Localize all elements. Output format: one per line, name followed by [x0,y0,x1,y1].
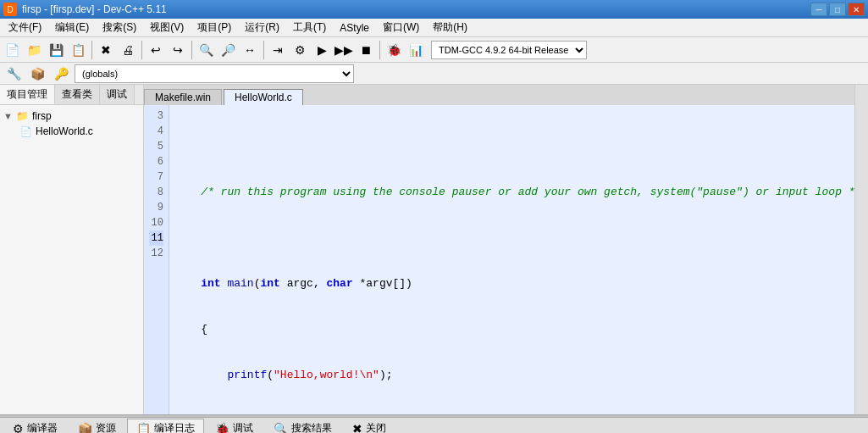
code-line-5 [174,230,854,246]
log-icon: 📋 [136,422,151,434]
bottom-tab-resources-label: 资源 [96,421,116,433]
open-button[interactable]: 📁 [24,40,44,60]
tab-helloworld[interactable]: HelloWorld.c [224,89,303,105]
menu-astyle[interactable]: AStyle [333,20,376,36]
menu-bar: 文件(F) 编辑(E) 搜索(S) 视图(V) 项目(P) 运行(R) 工具(T… [0,19,868,37]
bottom-tab-close-label: 关闭 [366,421,386,433]
undo-button[interactable]: ↩ [146,40,166,60]
globals-select[interactable]: (globals) [75,64,354,83]
close-file-button[interactable]: ✖ [96,40,116,60]
debug-tab-icon: 🐞 [215,422,229,434]
tab-classes[interactable]: 查看类 [55,85,100,104]
line-num-6: 6 [149,154,163,169]
print-button[interactable]: 🖨 [118,40,138,60]
redo-button[interactable]: ↪ [168,40,188,60]
close-button[interactable]: ✕ [848,3,865,16]
code-line-3 [174,139,854,154]
line-num-11: 11 [149,230,163,246]
find-next-button[interactable]: 🔎 [218,40,238,60]
compile-button[interactable]: ⚙ [290,40,310,60]
search-tab-icon: 🔍 [274,422,288,434]
bottom-tab-log[interactable]: 📋 编译日志 [127,419,204,433]
bottom-tab-search-label: 搜索结果 [291,421,332,433]
minimize-button[interactable]: ─ [810,3,827,16]
tree-root-label: firsp [32,110,52,122]
code-line-8: printf("Hello,world!\n"); [174,368,854,383]
code-line-7: { [174,322,854,337]
bottom-tab-compiler[interactable]: ⚙ 编译器 [3,419,67,433]
bottom-tab-close[interactable]: ✖ 关闭 [343,419,395,433]
left-panel: 项目管理 查看类 调试 ▼ 📁 firsp 📄 HelloWorld.c [0,85,144,414]
menu-file[interactable]: 文件(F) [2,19,48,36]
bottom-tab-log-label: 编译日志 [154,421,195,433]
code-line-9: system("PAUSS"); [174,414,854,414]
menu-window[interactable]: 窗口(W) [376,19,426,36]
tree-child-0[interactable]: 📄 HelloWorld.c [3,124,140,139]
toolbar-separator-2 [141,41,142,59]
tab-project[interactable]: 项目管理 [0,85,55,104]
save-all-button[interactable]: 📋 [68,40,88,60]
bottom-tab-resources[interactable]: 📦 资源 [69,419,125,433]
line-numbers: 3 4 5 6 7 8 9 10 11 12 [144,105,169,414]
editor-area: Makefile.win HelloWorld.c 3 4 5 6 7 8 9 … [144,85,854,414]
tree-child-label-0: HelloWorld.c [36,125,93,137]
toolbar-separator-1 [91,41,92,59]
menu-help[interactable]: 帮助(H) [426,19,474,36]
toolbar-separator-5 [379,41,380,59]
line-num-4: 4 [149,124,163,139]
toolbar2: 🔧 📦 🔑 (globals) [0,63,868,85]
maximize-button[interactable]: □ [829,3,846,16]
toolbar-separator-3 [191,41,192,59]
compile-run-button[interactable]: ▶▶ [334,40,354,60]
folder-icon: ▼ [3,111,13,121]
tab-debug[interactable]: 调试 [100,85,135,104]
find-button[interactable]: 🔍 [196,40,216,60]
tb2-icon2[interactable]: 📦 [27,64,47,84]
tb2-icon1[interactable]: 🔧 [3,64,24,84]
app-icon: D [3,3,17,16]
line-num-9: 9 [149,200,163,215]
compiler-icon: ⚙ [13,422,24,434]
menu-search[interactable]: 搜索(S) [96,19,143,36]
debug-button[interactable]: 🐞 [384,40,404,60]
new-button[interactable]: 📄 [2,40,22,60]
compiler-selector[interactable]: TDM-GCC 4.9.2 64-bit Release [431,41,587,59]
code-content[interactable]: /* run this program using the console pa… [169,105,854,414]
menu-edit[interactable]: 编辑(E) [48,19,96,36]
project-tree: ▼ 📁 firsp 📄 HelloWorld.c [0,105,143,414]
main-area: 项目管理 查看类 调试 ▼ 📁 firsp 📄 HelloWorld.c Mak… [0,85,868,414]
code-editor[interactable]: 3 4 5 6 7 8 9 10 11 12 /* run this progr… [144,105,854,414]
file-icon: 📄 [20,126,32,137]
line-num-10: 10 [149,215,163,230]
menu-run[interactable]: 运行(R) [238,19,286,36]
tb2-icon3[interactable]: 🔑 [51,64,71,84]
title-bar: D firsp - [firsp.dev] - Dev-C++ 5.11 ─ □… [0,0,868,19]
bottom-tabs: ⚙ 编译器 📦 资源 📋 编译日志 🐞 调试 🔍 搜索结果 ✖ 关闭 [0,418,868,433]
chart-button[interactable]: 📊 [406,40,426,60]
editor-scrollbar[interactable] [854,85,868,414]
run-button[interactable]: ▶ [312,40,332,60]
bottom-tab-search[interactable]: 🔍 搜索结果 [264,419,341,433]
bottom-tab-debug[interactable]: 🐞 调试 [206,419,263,433]
left-tabs: 项目管理 查看类 调试 [0,85,143,105]
line-num-8: 8 [149,185,163,200]
close-tab-icon: ✖ [352,422,362,434]
indent-button[interactable]: ⇥ [268,40,288,60]
line-num-3: 3 [149,108,163,124]
code-line-6: int main(int argc, char *argv[]) [174,276,854,291]
code-line-4: /* run this program using the console pa… [174,185,854,200]
stop-button[interactable]: ⏹ [356,40,376,60]
line-num-7: 7 [149,169,163,185]
toolbar-separator-4 [263,41,264,59]
menu-tools[interactable]: 工具(T) [286,19,333,36]
editor-tabs: Makefile.win HelloWorld.c [144,85,854,105]
menu-view[interactable]: 视图(V) [143,19,191,36]
bottom-panel: ⚙ 编译器 📦 资源 📋 编译日志 🐞 调试 🔍 搜索结果 ✖ 关闭 中止 [0,418,868,433]
tree-root[interactable]: ▼ 📁 firsp [3,108,140,124]
menu-project[interactable]: 项目(P) [191,19,238,36]
toolbar: 📄 📁 💾 📋 ✖ 🖨 ↩ ↪ 🔍 🔎 ↔ ⇥ ⚙ ▶ ▶▶ ⏹ 🐞 📊 TDM… [0,37,868,63]
replace-button[interactable]: ↔ [240,40,260,60]
line-num-12: 12 [149,246,163,261]
tab-makefile[interactable]: Makefile.win [144,89,222,105]
save-button[interactable]: 💾 [46,40,66,60]
